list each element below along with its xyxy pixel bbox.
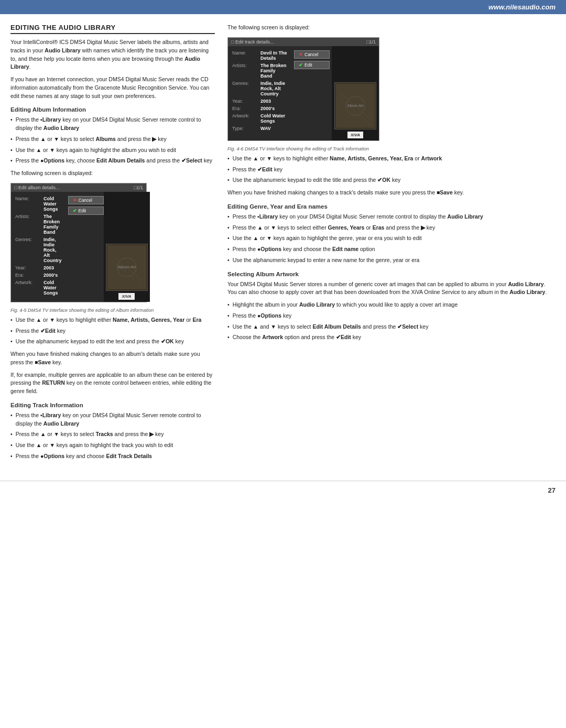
track-info-bullets: Press the ▪Library key on your DMS4 Digi… [10, 411, 215, 461]
field-value-artists: The Broken Family Band [43, 214, 62, 235]
left-column: EDITING THE AUDIO LIBRARY Your IntelliCo… [10, 24, 215, 465]
field-label-artists: Artists: [15, 214, 43, 235]
xiva-logo-track: XiVA [347, 132, 363, 138]
after-album-bullet-2: Press the ✔Edit key [10, 327, 215, 335]
field-artwork: Artwork: Cold Water Songs [15, 280, 62, 296]
after-track-bullet-2: Press the ✔Edit key [227, 166, 556, 174]
genre-bullet-1: Press the ▪Library key on your DMS4 Digi… [227, 213, 556, 221]
field-era: Era: 2000's [15, 273, 62, 278]
album-info-bullets: Press the ▪Library key on your DMS4 Digi… [10, 116, 215, 165]
xiva-logo: XiVA [118, 293, 134, 300]
album-fields: Name: Cold Water Songs Artists: The Brok… [11, 192, 66, 302]
album-artwork-image: Album Art [106, 244, 148, 291]
cancel-button-album[interactable]: ✕ Cancel [68, 196, 104, 204]
after-track-bullet-3: Use the alphanumeric keypad to edit the … [227, 176, 556, 184]
track-label-genres: Genres: [232, 81, 260, 96]
edit-button-album[interactable]: ✔ Edit [68, 207, 104, 215]
after-track-bullets: Use the ▲ or ▼ keys to highlight either … [227, 155, 556, 184]
track-fields: Name: Devil In The Details Artists: The … [228, 46, 292, 140]
genre-bullet-4: Press the ●Options key and choose the Ed… [227, 245, 556, 254]
track-field-year: Year: 2003 [232, 99, 288, 104]
x-icon: ✕ [73, 198, 77, 203]
screen-prompt-track: The following screen is displayed: [227, 24, 556, 32]
editing-genre-title: Editing Genre, Year and Era names [227, 203, 556, 210]
right-column: The following screen is displayed: □ Edi… [227, 24, 556, 465]
track-screen: □ Edit track details... □1/1 Name: Devil… [227, 37, 379, 141]
track-value-year: 2003 [260, 99, 271, 104]
album-bullet-2: Press the ▲ or ▼ keys to select Albums a… [10, 135, 215, 144]
track-artwork-svg: Album Art [335, 83, 376, 129]
track-field-artwork: Artwork: Cold Water Songs [232, 113, 288, 124]
track-value-artwork: Cold Water Songs [260, 113, 288, 124]
field-label-genres: Genres: [15, 237, 43, 263]
track-value-name: Devil In The Details [260, 50, 288, 61]
genre-bullets: Press the ▪Library key on your DMS4 Digi… [227, 213, 556, 265]
field-name: Name: Cold Water Songs [15, 196, 62, 212]
genre-note-text: If, for example, multiple genres are app… [10, 371, 215, 396]
genre-bullet-2: Press the ▲ or ▼ keys to select either G… [227, 224, 556, 232]
cancel-button-track[interactable]: ✕ Cancel [294, 50, 330, 59]
after-album-bullets: Use the ▲ or ▼ keys to highlight either … [10, 316, 215, 346]
track-field-name: Name: Devil In The Details [232, 50, 288, 61]
page-number: 27 [548, 486, 556, 494]
edit-button-track[interactable]: ✔ Edit [294, 61, 330, 69]
track-label-artists: Artists: [232, 63, 260, 79]
track-artwork-panel: Album Art XiVA [332, 46, 379, 140]
track-bullet-2: Press the ▲ or ▼ keys to select Tracks a… [10, 430, 215, 439]
editing-album-info-title: Editing Album Information [10, 106, 215, 113]
track-value-type: WAV [260, 126, 271, 131]
editing-track-info-title: Editing Track Information [10, 402, 215, 408]
artwork-bullet-3: Use the ▲ and ▼ keys to select Edit Albu… [227, 323, 556, 331]
website-url: www.nilesaudio.com [488, 3, 556, 11]
field-value-genres: Indie, Indie Rock, Alt Country [43, 237, 62, 263]
album-screen-body: Name: Cold Water Songs Artists: The Brok… [11, 192, 146, 302]
album-bullet-3: Use the ▲ or ▼ keys again to highlight t… [10, 146, 215, 155]
intro-para-2: If you have an Internet connection, your… [10, 75, 215, 100]
page-footer: 27 [0, 481, 566, 499]
check-icon: ✔ [73, 208, 77, 213]
track-screen-titlebar: □ Edit track details... □1/1 [228, 38, 379, 46]
section-title: EDITING THE AUDIO LIBRARY [10, 24, 215, 34]
track-label-artwork: Artwork: [232, 113, 260, 124]
track-save-text: When you have finished making changes to… [227, 189, 556, 197]
track-field-era: Era: 2000's [232, 106, 288, 111]
album-fig-caption: Fig. 4-5 DMS4 TV interface showing the e… [10, 308, 215, 313]
check-icon-track: ✔ [299, 62, 303, 68]
album-screen-buttons: ✕ Cancel ✔ Edit [66, 192, 104, 302]
track-screen-title: □ Edit track details... [231, 39, 274, 45]
track-label-type: Type: [232, 126, 260, 131]
track-field-artists: Artists: The Broken Family Band [232, 63, 288, 79]
album-save-text: When you have finished making changes to… [10, 350, 215, 367]
field-genres: Genres: Indie, Indie Rock, Alt Country [15, 237, 62, 263]
intro-para-1: Your IntelliControl® ICS DMS4 Digital Mu… [10, 38, 215, 71]
field-year: Year: 2003 [15, 265, 62, 270]
album-screen-title: □ Edit album details... [14, 185, 59, 190]
field-label-year: Year: [15, 265, 43, 270]
album-artwork-panel: Album Art XiVA [104, 192, 150, 302]
track-bullet-3: Use the ▲ or ▼ keys again to highlight t… [10, 441, 215, 450]
track-value-era: 2000's [260, 106, 275, 111]
artwork-bullet-4: Choose the Artwork option and press the … [227, 333, 556, 342]
after-album-bullet-1: Use the ▲ or ▼ keys to highlight either … [10, 316, 215, 324]
track-bullet-4: Press the ●Options key and choose Edit T… [10, 452, 215, 461]
track-artwork-image: Album Art [334, 82, 376, 129]
track-label-era: Era: [232, 106, 260, 111]
track-label-year: Year: [232, 99, 260, 104]
track-screen-body: Name: Devil In The Details Artists: The … [228, 46, 379, 140]
track-screen-page: □1/1 [366, 39, 376, 45]
artwork-bullet-1: Highlight the album in your Audio Librar… [227, 301, 556, 309]
track-bullet-1: Press the ▪Library key on your DMS4 Digi… [10, 411, 215, 428]
track-fig-caption: Fig. 4-6 DMS4 TV interface showing the e… [227, 146, 556, 151]
track-field-genres: Genres: Indie, Indie Rock, Alt Country [232, 81, 288, 96]
track-field-type: Type: WAV [232, 126, 288, 131]
artwork-svg: Album Art [106, 244, 147, 290]
svg-text:Album Art: Album Art [117, 265, 136, 269]
album-screen-page: □1/1 [134, 185, 143, 190]
screen-prompt-album: The following screen is displayed: [10, 169, 215, 178]
field-value-name: Cold Water Songs [43, 196, 62, 212]
artwork-intro: Your DMS4 Digital Music Server stores a … [227, 280, 556, 297]
field-artists: Artists: The Broken Family Band [15, 214, 62, 235]
page-content: EDITING THE AUDIO LIBRARY Your IntelliCo… [0, 14, 566, 470]
track-value-genres: Indie, Indie Rock, Alt Country [260, 81, 288, 96]
album-bullet-4: Press the ●Options key, choose Edit Albu… [10, 157, 215, 165]
